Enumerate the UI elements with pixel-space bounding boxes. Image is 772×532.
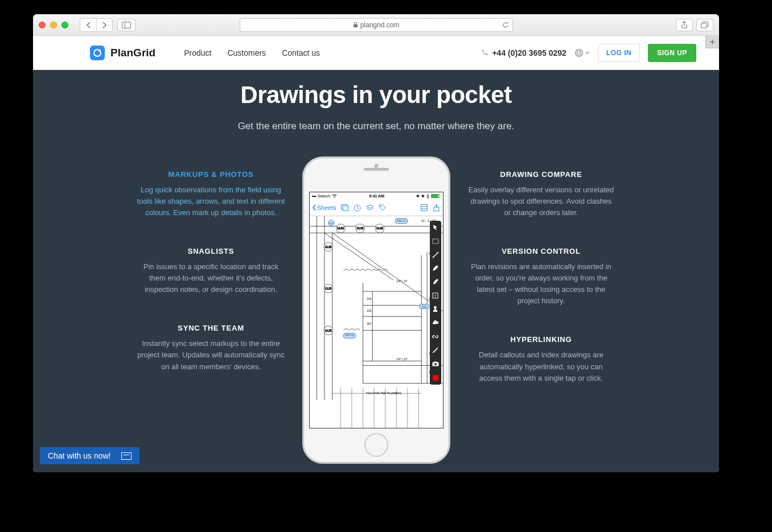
list-icon[interactable]	[420, 204, 428, 212]
tool-lasso[interactable]	[430, 234, 441, 248]
address-bar[interactable]: plangrid.com	[240, 18, 513, 32]
feature-title: SNAGLISTS	[137, 247, 285, 255]
svg-text:GL03: GL03	[376, 227, 383, 230]
phone-mockup: ••••• Search 9:41 AM ✱✱	[302, 156, 450, 464]
svg-text:GL05: GL05	[325, 329, 331, 332]
feature-snaglists[interactable]: SNAGLISTS Pin issues to a specific locat…	[137, 247, 285, 295]
page-content: Drawings in your pocket Get the entire t…	[33, 70, 719, 472]
maximize-window-button[interactable]	[61, 22, 68, 28]
svg-rect-94	[434, 361, 437, 362]
svg-text:T: T	[434, 294, 437, 298]
url-text: plangrid.com	[360, 21, 400, 29]
battery-icon	[431, 194, 440, 198]
globe-icon	[574, 48, 584, 57]
close-window-button[interactable]	[39, 22, 46, 28]
sheet-stack-icon[interactable]	[341, 204, 349, 212]
login-button[interactable]: LOG IN	[598, 44, 640, 62]
feature-title: DRAWING COMPARE	[467, 170, 615, 179]
nav-product[interactable]: Product	[184, 48, 211, 57]
tool-link[interactable]	[430, 330, 441, 344]
tool-line[interactable]	[430, 248, 441, 262]
feature-desc: Instantly sync select markups to the ent…	[137, 338, 285, 372]
phone-number[interactable]: +44 (0)20 3695 0292	[481, 48, 566, 57]
tool-cloud[interactable]	[430, 316, 441, 330]
feature-desc: Plan revisions are automatically inserte…	[467, 261, 615, 307]
nav-right: +44 (0)20 3695 0292 LOG IN SIGN UP	[481, 44, 696, 62]
blueprint-drawing: GL02 GL03 GL03 GL05 GL05 GL05 PA8.21 PA8…	[310, 216, 443, 428]
back-button[interactable]	[80, 19, 96, 31]
feature-hyperlinking[interactable]: HYPERLINKING Detail callouts and index d…	[467, 335, 615, 383]
forward-button[interactable]	[96, 19, 112, 31]
svg-point-6	[98, 50, 101, 52]
layers-icon[interactable]	[366, 204, 374, 212]
svg-rect-85	[433, 310, 437, 312]
tool-camera[interactable]	[430, 357, 441, 371]
svg-point-81	[432, 256, 433, 257]
svg-text:PA8.42: PA8.42	[345, 334, 354, 337]
svg-point-93	[434, 363, 437, 365]
share-button[interactable]	[676, 19, 693, 31]
search-label: Search	[318, 194, 330, 198]
svg-rect-2	[354, 24, 358, 28]
clock-icon[interactable]	[354, 204, 362, 212]
browser-title-bar: plangrid.com	[33, 14, 719, 36]
tool-stamp[interactable]	[430, 303, 441, 316]
feature-markups-photos[interactable]: MARKUPS & PHOTOS Log quick observations …	[137, 170, 285, 218]
nav-customers[interactable]: Customers	[227, 48, 266, 57]
svg-text:GL02: GL02	[337, 227, 344, 230]
feature-drawing-compare[interactable]: DRAWING COMPARE Easily overlay different…	[467, 170, 615, 218]
phone-screen: ••••• Search 9:41 AM ✱✱	[309, 192, 444, 428]
browser-toolbar-right	[676, 19, 713, 31]
svg-line-90	[435, 350, 436, 352]
svg-line-80	[433, 253, 438, 257]
sidebar-toggle-button[interactable]	[117, 19, 135, 31]
tool-ruler[interactable]	[430, 344, 441, 357]
feature-title: MARKUPS & PHOTOS	[137, 170, 285, 179]
tool-color[interactable]	[430, 371, 441, 385]
status-time: 9:41 AM	[369, 194, 384, 198]
feature-desc: Pin issues to a specific location and tr…	[137, 261, 285, 295]
export-icon[interactable]	[433, 204, 441, 212]
locale-picker[interactable]	[574, 48, 590, 57]
tabs-button[interactable]	[696, 19, 713, 31]
svg-line-89	[434, 352, 435, 353]
hero-title: Drawings in your pocket	[33, 81, 719, 109]
phone-status-bar: ••••• Search 9:41 AM ✱✱	[310, 192, 443, 200]
tag-icon[interactable]	[379, 204, 387, 212]
brand-name: PlanGrid	[110, 47, 155, 59]
phone-icon	[481, 49, 488, 56]
back-to-sheets[interactable]: Sheets	[312, 204, 336, 211]
nav-links: Product Customers Contact us	[184, 48, 320, 57]
feature-desc: Easily overlay different versions or unr…	[467, 184, 615, 218]
wifi-icon	[332, 194, 337, 198]
nav-back-forward	[80, 18, 113, 32]
tool-pointer[interactable]	[430, 221, 441, 234]
minimize-window-button[interactable]	[50, 22, 57, 28]
svg-rect-4	[701, 23, 707, 28]
bluetooth-icon	[426, 194, 429, 199]
feature-sync-team[interactable]: SYNC THE TEAM Instantly sync select mark…	[137, 324, 285, 372]
svg-rect-0	[122, 22, 131, 28]
feature-title: VERSION CONTROL	[467, 247, 615, 255]
svg-text:1/4" / 12": 1/4" / 12"	[396, 279, 408, 282]
new-tab-button[interactable]: +	[705, 36, 719, 48]
tool-text[interactable]: T	[430, 289, 441, 303]
svg-text:4"DIA PIPE PER PLUMBING: 4"DIA PIPE PER PLUMBING	[366, 392, 401, 395]
chat-widget[interactable]: Chat with us now!	[40, 447, 139, 464]
feature-desc: Log quick observations from the field us…	[137, 184, 285, 218]
signup-button[interactable]: SIGN UP	[648, 44, 696, 62]
svg-rect-17	[421, 205, 427, 211]
features-right: DRAWING COMPARE Easily overlay different…	[467, 156, 615, 384]
feature-version-control[interactable]: VERSION CONTROL Plan revisions are autom…	[467, 247, 615, 307]
nav-contact[interactable]: Contact us	[282, 48, 320, 57]
svg-text:GL05: GL05	[325, 245, 331, 248]
brand[interactable]: PlanGrid	[90, 46, 155, 60]
tool-pen[interactable]	[430, 262, 441, 275]
chevron-down-icon	[585, 51, 590, 54]
site-header: PlanGrid Product Customers Contact us +4…	[33, 36, 719, 70]
phone-text: +44 (0)20 3695 0292	[492, 48, 566, 57]
reload-button[interactable]	[502, 22, 509, 28]
drawing-canvas[interactable]: GL02 GL03 GL03 GL05 GL05 GL05 PA8.21 PA8…	[310, 216, 443, 428]
feature-title: HYPERLINKING	[467, 335, 615, 344]
tool-highlighter[interactable]	[430, 275, 441, 289]
